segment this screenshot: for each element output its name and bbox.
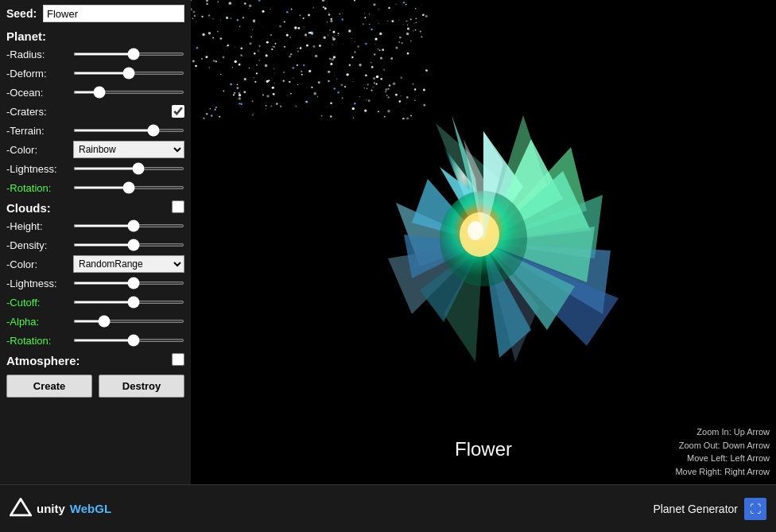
viewport: Flower Zoom In: Up Arrow Zoom Out: Down …: [191, 0, 776, 484]
hint-line-2: Zoom Out: Down Arrow: [675, 439, 770, 452]
clouds-enabled-checkbox[interactable]: [172, 200, 184, 213]
atmosphere-enabled-container: [169, 353, 184, 366]
action-buttons: Create Destroy: [6, 375, 184, 398]
create-button[interactable]: Create: [6, 375, 92, 398]
ocean-row: -Ocean:: [6, 83, 184, 101]
clouds-rotation-slider-container: [73, 339, 184, 342]
terrain-slider[interactable]: [73, 129, 184, 132]
unity-logo: unity WebGL: [10, 498, 111, 520]
atmosphere-section-header: Atmosphere:: [6, 354, 165, 367]
clouds-density-row: -Density:: [6, 236, 184, 254]
atmosphere-section-row: Atmosphere:: [6, 351, 184, 368]
ocean-slider-container: [73, 91, 184, 94]
planet-lightness-slider[interactable]: [73, 167, 184, 170]
planet-generator-label: Planet Generator: [653, 503, 738, 515]
planet-lightness-label: -Lightness:: [6, 163, 70, 175]
craters-row: -Craters:: [6, 103, 184, 120]
fullscreen-button[interactable]: ⛶: [744, 498, 766, 520]
radius-slider-container: [73, 52, 184, 56]
deform-slider[interactable]: [73, 72, 184, 75]
planet-svg: [316, 76, 650, 410]
planet-color-label: -Color:: [6, 144, 70, 156]
clouds-height-row: -Height:: [6, 217, 184, 235]
clouds-density-slider[interactable]: [73, 243, 184, 247]
webgl-text: WebGL: [70, 502, 111, 515]
left-panel: Seed: Planet: -Radius: -Deform: -Ocean: …: [0, 0, 191, 484]
clouds-cutoff-slider-container: [73, 301, 184, 304]
clouds-height-slider-container: [73, 224, 184, 227]
planet-lightness-slider-container: [73, 167, 184, 170]
bottom-bar: unity WebGL Planet Generator ⛶: [0, 484, 776, 532]
terrain-row: -Terrain:: [6, 122, 184, 139]
planet-color-select[interactable]: Rainbow Grayscale Custom: [73, 141, 184, 158]
clouds-density-label: -Density:: [6, 239, 70, 251]
clouds-height-label: -Height:: [6, 220, 70, 232]
planet-container: [191, 0, 776, 484]
clouds-color-dropdown-container: RandomRange Grayscale Custom: [73, 255, 184, 273]
planet-section-header: Planet:: [6, 29, 184, 43]
svg-marker-27: [10, 499, 30, 515]
clouds-color-select[interactable]: RandomRange Grayscale Custom: [73, 255, 184, 273]
terrain-slider-container: [73, 129, 184, 132]
bottom-right: Planet Generator ⛶: [653, 498, 766, 520]
clouds-rotation-row: -Rotation:: [6, 332, 184, 349]
clouds-lightness-slider-container: [73, 282, 184, 285]
radius-row: -Radius:: [6, 45, 184, 63]
clouds-color-label: -Color:: [6, 258, 70, 270]
craters-label: -Craters:: [6, 106, 70, 118]
hint-line-4: Move Right: Right Arrow: [675, 465, 770, 479]
clouds-color-row: -Color: RandomRange Grayscale Custom: [6, 255, 184, 273]
craters-checkbox-container: [73, 105, 184, 118]
planet-color-row: -Color: Rainbow Grayscale Custom: [6, 141, 184, 158]
fullscreen-icon: ⛶: [750, 503, 761, 515]
hint-line-1: Zoom In: Up Arrow: [675, 425, 770, 439]
planet-rotation-label: -Rotation:: [6, 182, 70, 194]
controls-hint: Zoom In: Up Arrow Zoom Out: Down Arrow M…: [675, 425, 770, 478]
radius-label: -Radius:: [6, 49, 70, 60]
seed-label: Seed:: [6, 7, 38, 20]
radius-slider[interactable]: [73, 52, 184, 56]
unity-icon: [10, 498, 32, 520]
ocean-label: -Ocean:: [6, 87, 70, 99]
clouds-section-row: Clouds:: [6, 198, 184, 216]
hint-line-3: Move Left: Left Arrow: [675, 452, 770, 465]
destroy-button[interactable]: Destroy: [99, 375, 184, 398]
clouds-rotation-slider[interactable]: [73, 339, 184, 342]
atmosphere-enabled-checkbox[interactable]: [172, 353, 184, 366]
seed-input[interactable]: [43, 5, 184, 22]
unity-text: unity: [37, 502, 65, 515]
deform-row: -Deform:: [6, 64, 184, 82]
clouds-lightness-label: -Lightness:: [6, 278, 70, 289]
craters-checkbox[interactable]: [172, 105, 184, 118]
clouds-height-slider[interactable]: [73, 224, 184, 227]
planet-lightness-row: -Lightness:: [6, 160, 184, 177]
planet-rotation-slider[interactable]: [73, 186, 184, 189]
clouds-alpha-label: -Alpha:: [6, 316, 70, 328]
clouds-section-header: Clouds:: [6, 201, 165, 215]
ocean-slider[interactable]: [73, 91, 184, 94]
planet-color-dropdown-container: Rainbow Grayscale Custom: [73, 141, 184, 158]
seed-row: Seed:: [6, 5, 184, 22]
clouds-enabled-container: [169, 200, 184, 213]
clouds-lightness-slider[interactable]: [73, 282, 184, 285]
planet-rotation-slider-container: [73, 186, 184, 189]
clouds-lightness-row: -Lightness:: [6, 274, 184, 292]
clouds-cutoff-label: -Cutoff:: [6, 297, 70, 309]
clouds-alpha-slider[interactable]: [73, 320, 184, 323]
clouds-cutoff-slider[interactable]: [73, 301, 184, 304]
clouds-alpha-row: -Alpha:: [6, 313, 184, 330]
planet-name: Flower: [455, 438, 512, 460]
clouds-cutoff-row: -Cutoff:: [6, 293, 184, 311]
deform-label: -Deform:: [6, 68, 70, 80]
planet-rotation-row: -Rotation:: [6, 179, 184, 196]
clouds-rotation-label: -Rotation:: [6, 335, 70, 347]
deform-slider-container: [73, 72, 184, 75]
clouds-alpha-slider-container: [73, 320, 184, 323]
clouds-density-slider-container: [73, 243, 184, 247]
terrain-label: -Terrain:: [6, 125, 70, 137]
